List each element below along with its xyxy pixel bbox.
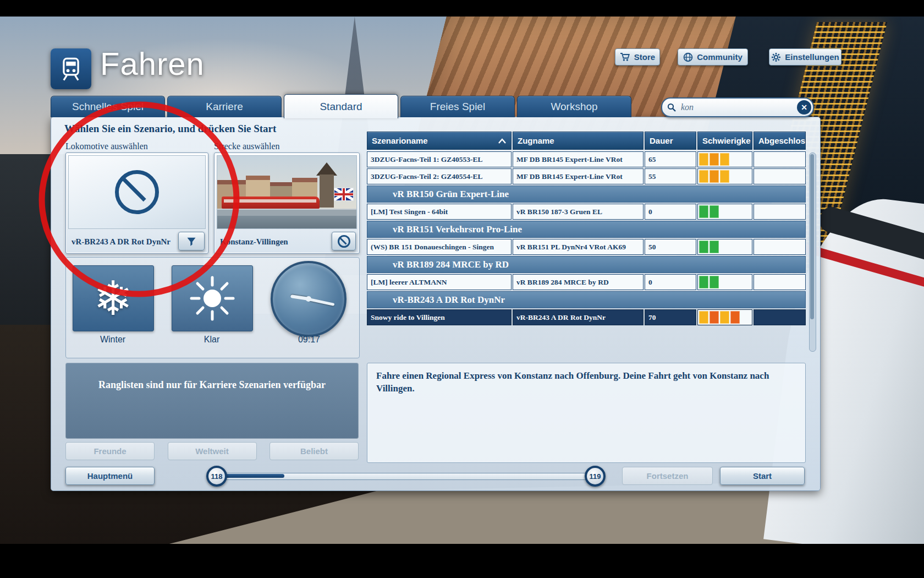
route-clear-button[interactable] (332, 232, 356, 250)
difficulty-segment (710, 153, 719, 166)
scenario-name-cell: (WS) BR 151 Donaueschingen - Singen (367, 239, 512, 255)
tab-workshop[interactable]: Workshop (517, 96, 631, 117)
tab-schnelles-spiel[interactable]: Schnelles Spiel (51, 96, 165, 117)
difficulty-segment (710, 276, 719, 288)
store-button[interactable]: Store (615, 48, 660, 66)
difficulty-segment (730, 311, 740, 324)
scrollbar-thumb[interactable] (810, 154, 814, 319)
scenario-row[interactable]: [LM] Test Singen - 64bitvR BR150 187-3 G… (367, 204, 806, 220)
search-input[interactable] (680, 102, 797, 113)
search-clear-button[interactable]: ✕ (797, 100, 811, 114)
main-menu-button[interactable]: Hauptmenü (65, 467, 155, 485)
page-title: Fahren (100, 45, 205, 82)
slider-right-value: 119 (590, 472, 601, 481)
col-header-schwierigkeit[interactable]: Schwierigke (697, 132, 752, 150)
search-icon (667, 103, 676, 112)
ranking-button-beliebt[interactable]: Beliebt (270, 442, 359, 460)
scenario-row[interactable]: 3DZUG-Facns-Teil 1: GZ40553-ELMF DB BR14… (367, 151, 806, 167)
search-box[interactable]: ✕ (661, 97, 814, 117)
sort-ascending-icon (498, 138, 507, 144)
difficulty-segment (710, 170, 719, 183)
thumb-union-jack (334, 188, 354, 201)
settings-label: Einstellungen (785, 52, 839, 62)
community-label: Community (697, 52, 743, 62)
slider-fill (224, 474, 284, 478)
scenario-name-cell: [LM] Test Singen - 64bit (367, 204, 512, 220)
scenario-row[interactable]: 3DZUG-Facns-Teil 2: GZ40554-ELMF DB BR14… (367, 168, 806, 184)
completed-cell (754, 204, 806, 220)
scenario-group-header[interactable]: vR BR151 Verkehrsrot Pro-Line (367, 221, 806, 238)
train-name-cell: vR BR150 187-3 Gruen EL (513, 204, 644, 220)
difficulty-segment (699, 153, 708, 166)
ranking-button-weltweit[interactable]: Weltweit (168, 442, 257, 460)
time-label: 09:17 (271, 335, 348, 345)
col-header-label: Szenarioname (372, 136, 428, 145)
difficulty-cell (697, 168, 752, 184)
train-name-cell: MF DB BR145 Expert-Line VRot (513, 168, 644, 184)
loco-select-label: Lokomotive auswählen (65, 141, 148, 151)
scenario-group-header[interactable]: vR BR150 Grün Expert-Line (367, 186, 806, 203)
scenario-name-cell: [LM] leerer ALTMANN (367, 274, 512, 290)
route-select-label: Strecke auswählen (214, 141, 280, 151)
col-header-szenarioname[interactable]: Szenarioname (367, 132, 512, 150)
slider-handle-right[interactable]: 119 (585, 466, 606, 487)
ranking-panel: Ranglisten sind nur für Karriere Szenari… (65, 363, 359, 439)
scenario-row[interactable]: (WS) BR 151 Donaueschingen - SingenvR BR… (367, 239, 806, 255)
duration-cell: 50 (645, 239, 696, 255)
weather-winter-tile[interactable]: ❄ (73, 265, 154, 331)
ranking-button-freunde[interactable]: Freunde (65, 442, 155, 460)
tab-freies-spiel[interactable]: Freies Spiel (400, 96, 515, 117)
weather-time-box: ❄ Winter Klar 09: (65, 257, 360, 358)
route-caption: Konstanz-Villingen (220, 237, 288, 247)
scenario-name-cell: 3DZUG-Facns-Teil 1: GZ40553-EL (367, 151, 512, 167)
start-button[interactable]: Start (720, 467, 805, 485)
main-panel: Wählen Sie ein Szenario, und drücken Sie… (51, 117, 821, 491)
no-loco-icon (115, 170, 159, 214)
thumb-red-train (222, 197, 320, 209)
thumb-water (217, 216, 356, 229)
slider-handle-left[interactable]: 118 (206, 466, 227, 487)
table-scrollbar[interactable] (809, 152, 816, 352)
col-header-zugname[interactable]: Zugname (513, 132, 644, 150)
letterbox-bottom (0, 544, 924, 578)
clear-label: Klar (172, 335, 252, 345)
difficulty-segment (720, 170, 729, 183)
continue-button[interactable]: Fortsetzen (622, 467, 713, 485)
duration-cell: 0 (645, 274, 696, 290)
thumb-tower-roof (316, 162, 337, 176)
sun-icon (187, 273, 238, 324)
difficulty-cell (697, 204, 752, 220)
gear-icon (771, 52, 781, 62)
clock-minute-hand (308, 298, 334, 306)
scenario-group-header[interactable]: vR-BR243 A DR Rot DynNr (367, 291, 806, 308)
loco-filter-button[interactable] (178, 232, 205, 250)
scenario-row[interactable]: [LM] leerer ALTMANNvR BR189 284 MRCE by … (367, 274, 806, 290)
screen: Fahren Store Community Einstellungen (0, 0, 924, 578)
difficulty-segment (720, 153, 729, 166)
difficulty-segment (699, 205, 708, 218)
scenario-row[interactable]: Snowy ride to VillingenvR-BR243 A DR Rot… (367, 309, 806, 325)
loco-card[interactable]: vR-BR243 A DR Rot DynNr (65, 152, 208, 254)
col-header-abgeschlossen[interactable]: Abgeschlos (754, 132, 806, 150)
difficulty-segment (710, 311, 719, 324)
time-clock[interactable] (271, 261, 346, 337)
loco-thumbnail (68, 155, 206, 229)
train-name-cell: vR BR189 284 MRCE by RD (513, 274, 644, 290)
train-name-cell: vR-BR243 A DR Rot DynNr (513, 309, 644, 325)
ranking-buttons: FreundeWeltweitBeliebt (65, 442, 359, 460)
tab-standard[interactable]: Standard (284, 94, 398, 118)
duration-cell: 65 (645, 151, 696, 167)
letterbox-top (0, 0, 924, 17)
difficulty-cell (697, 309, 752, 325)
scenario-description: Fahre einen Regional Express von Konstan… (367, 363, 806, 463)
settings-button[interactable]: Einstellungen (769, 48, 842, 66)
tab-karriere[interactable]: Karriere (167, 96, 282, 117)
scenario-slider[interactable] (223, 473, 593, 480)
train-name-cell: vR BR151 PL DynNr4 VRot AK69 (513, 239, 644, 255)
route-card[interactable]: Konstanz-Villingen (214, 152, 360, 254)
scenario-group-header[interactable]: vR BR189 284 MRCE by RD (367, 256, 806, 273)
weather-clear-tile[interactable] (172, 265, 253, 331)
difficulty-segment (699, 276, 708, 288)
col-header-dauer[interactable]: Dauer (645, 132, 696, 150)
community-button[interactable]: Community (678, 48, 748, 66)
